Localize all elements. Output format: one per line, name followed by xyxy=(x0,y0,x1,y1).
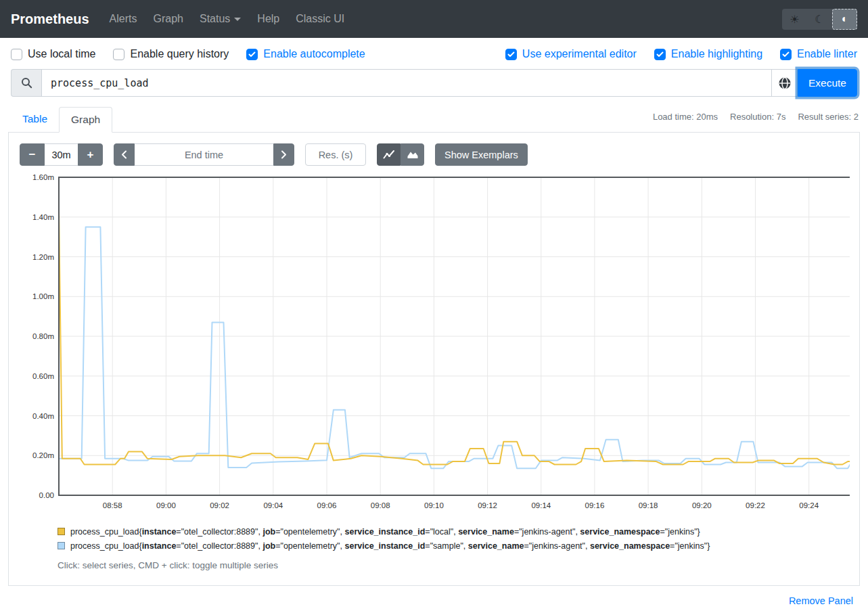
tabs: Table Graph xyxy=(11,107,112,132)
checkbox[interactable] xyxy=(780,49,792,60)
option-label: Use local time xyxy=(28,48,95,60)
svg-text:08:58: 08:58 xyxy=(103,501,122,509)
metrics-explorer-button[interactable] xyxy=(771,69,798,97)
nav-item-status[interactable]: Status xyxy=(191,7,249,30)
range-increase-button[interactable]: + xyxy=(78,143,103,166)
svg-text:09:22: 09:22 xyxy=(746,501,765,509)
range-decrease-button[interactable]: − xyxy=(20,143,45,166)
svg-text:0.20m: 0.20m xyxy=(32,451,54,459)
globe-icon xyxy=(778,76,792,90)
search-addon xyxy=(11,69,41,97)
option-label: Enable linter xyxy=(797,48,857,60)
query-stats: Load time: 20ms Resolution: 7s Result se… xyxy=(653,107,860,132)
checkbox[interactable] xyxy=(113,49,124,60)
option-label: Enable query history xyxy=(130,48,229,60)
execute-button[interactable]: Execute xyxy=(798,69,857,97)
options-row: Use local timeEnable query historyEnable… xyxy=(0,38,868,60)
chevron-right-icon xyxy=(281,150,287,159)
stacked-chart-button[interactable] xyxy=(401,143,424,166)
chart-legend: process_cpu_load{instance="otel_collecto… xyxy=(58,527,854,551)
tab-graph[interactable]: Graph xyxy=(59,107,112,133)
show-exemplars-button[interactable]: Show Exemplars xyxy=(435,143,528,166)
nav-item-alerts[interactable]: Alerts xyxy=(101,7,145,30)
dark-theme-button[interactable]: ☾ xyxy=(807,9,832,30)
search-icon xyxy=(21,77,32,89)
chart-area[interactable]: 0.000.20m0.40m0.60m0.80m1.00m1.20m1.40m1… xyxy=(20,171,854,514)
svg-text:09:00: 09:00 xyxy=(156,501,176,509)
svg-text:09:04: 09:04 xyxy=(263,501,283,509)
resolution-input[interactable] xyxy=(305,143,366,166)
nav-item-classic-ui[interactable]: Classic UI xyxy=(288,7,352,30)
stat-load-time: Load time: 20ms xyxy=(653,112,718,132)
auto-theme-button[interactable]: ◐ xyxy=(832,9,857,30)
svg-text:0.80m: 0.80m xyxy=(32,332,54,340)
legend-series-label: process_cpu_load{instance="otel_collecto… xyxy=(70,541,710,551)
option-enable-linter[interactable]: Enable linter xyxy=(780,48,857,60)
legend-series-label: process_cpu_load{instance="otel_collecto… xyxy=(70,527,700,537)
check-icon xyxy=(248,51,256,58)
svg-text:09:08: 09:08 xyxy=(371,501,390,509)
timeseries-chart[interactable]: 0.000.20m0.40m0.60m0.80m1.00m1.20m1.40m1… xyxy=(20,171,850,511)
legend-item[interactable]: process_cpu_load{instance="otel_collecto… xyxy=(58,527,854,537)
graph-panel: − + xyxy=(8,133,860,586)
tab-table[interactable]: Table xyxy=(11,107,59,133)
line-chart-button[interactable] xyxy=(377,143,401,166)
check-icon xyxy=(507,51,515,58)
time-forward-button[interactable] xyxy=(273,143,294,166)
moon-icon: ☾ xyxy=(815,13,824,26)
tabs-row: Table Graph Load time: 20ms Resolution: … xyxy=(8,107,860,133)
svg-text:09:24: 09:24 xyxy=(799,501,819,509)
nav-item-help[interactable]: Help xyxy=(249,7,288,30)
option-label: Enable autocomplete xyxy=(263,48,365,60)
light-theme-button[interactable]: ☀ xyxy=(782,9,807,30)
option-enable-query-history[interactable]: Enable query history xyxy=(113,48,229,60)
sun-icon: ☀ xyxy=(790,13,799,26)
nav-items: AlertsGraphStatusHelpClassic UI xyxy=(101,7,353,30)
caret-down-icon xyxy=(234,18,241,21)
nav-item-graph[interactable]: Graph xyxy=(145,7,191,30)
svg-text:0.60m: 0.60m xyxy=(32,372,54,380)
panel-footer: Remove Panel xyxy=(0,595,853,607)
svg-text:09:10: 09:10 xyxy=(424,501,444,509)
option-use-local-time[interactable]: Use local time xyxy=(11,48,95,60)
legend-hint: Click: select series, CMD + click: toggl… xyxy=(58,560,854,570)
range-input[interactable] xyxy=(45,143,78,166)
option-enable-highlighting[interactable]: Enable highlighting xyxy=(654,48,762,60)
theme-toggle-group: ☀☾◐ xyxy=(782,9,857,30)
options-right: Use experimental editorEnable highlighti… xyxy=(505,48,857,60)
brand-prometheus[interactable]: Prometheus xyxy=(11,12,89,27)
legend-swatch xyxy=(58,528,65,535)
svg-text:1.00m: 1.00m xyxy=(32,292,54,300)
svg-text:09:06: 09:06 xyxy=(317,501,337,509)
query-expression-input[interactable] xyxy=(41,69,772,97)
svg-text:1.60m: 1.60m xyxy=(32,173,54,181)
chevron-left-icon xyxy=(121,150,127,159)
end-time-input[interactable] xyxy=(135,143,273,166)
svg-text:09:14: 09:14 xyxy=(531,501,551,509)
options-left: Use local timeEnable query historyEnable… xyxy=(11,48,365,60)
checkbox[interactable] xyxy=(11,49,22,60)
svg-text:09:16: 09:16 xyxy=(585,501,605,509)
svg-text:1.20m: 1.20m xyxy=(32,253,54,261)
range-group: − + xyxy=(20,143,103,166)
option-use-experimental-editor[interactable]: Use experimental editor xyxy=(505,48,637,60)
svg-text:0.00: 0.00 xyxy=(39,491,54,499)
svg-text:0.40m: 0.40m xyxy=(32,412,54,420)
svg-text:09:18: 09:18 xyxy=(639,501,658,509)
stat-result-series: Result series: 2 xyxy=(798,112,859,132)
option-enable-autocomplete[interactable]: Enable autocomplete xyxy=(246,48,365,60)
checkbox[interactable] xyxy=(505,49,517,60)
remove-panel-link[interactable]: Remove Panel xyxy=(789,595,853,606)
chart-type-toggle xyxy=(377,143,424,166)
svg-text:1.40m: 1.40m xyxy=(32,213,54,221)
legend-swatch xyxy=(58,542,65,549)
check-icon xyxy=(656,51,664,58)
stat-resolution: Resolution: 7s xyxy=(730,112,785,132)
check-icon xyxy=(782,51,790,58)
graph-controls: − + xyxy=(20,143,854,166)
area-chart-icon xyxy=(407,150,419,160)
checkbox[interactable] xyxy=(654,49,666,60)
legend-item[interactable]: process_cpu_load{instance="otel_collecto… xyxy=(58,541,854,551)
time-back-button[interactable] xyxy=(114,143,135,166)
checkbox[interactable] xyxy=(246,49,258,60)
